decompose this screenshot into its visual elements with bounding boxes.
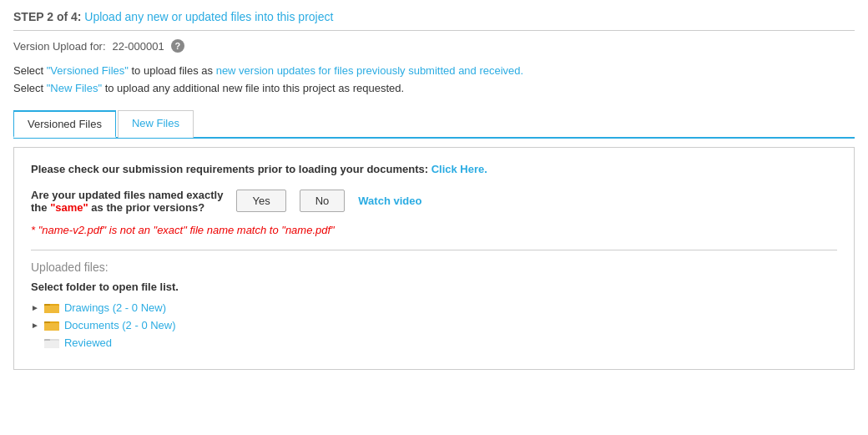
step-header: STEP 2 of 4: Upload any new or updated f… <box>13 10 855 31</box>
folder-name-reviewed: Reviewed <box>64 336 112 349</box>
svg-rect-8 <box>44 341 59 348</box>
page-wrapper: STEP 2 of 4: Upload any new or updated f… <box>0 0 868 380</box>
folder-list: ► Drawings (2 - 0 New) ► <box>31 301 837 349</box>
click-here-link[interactable]: Click Here. <box>431 163 487 175</box>
svg-rect-2 <box>44 306 59 313</box>
version-row: Version Upload for: 22-000001 ? <box>13 39 855 53</box>
tab-versioned-files[interactable]: Versioned Files <box>13 110 116 138</box>
instruction-line1-middle: to upload files as <box>129 64 216 77</box>
instruction-line1-link: new version updates for files previously… <box>216 64 524 77</box>
instructions: Select "Versioned Files" to upload files… <box>13 63 855 98</box>
yes-button[interactable]: Yes <box>236 190 285 212</box>
question-line1: Are your updated files named exactly <box>31 189 223 201</box>
watch-video-link[interactable]: Watch video <box>358 195 421 207</box>
arrow-icon: ► <box>31 303 39 312</box>
instruction-line2-prefix: Select <box>13 82 47 94</box>
tab-new-files[interactable]: New Files <box>118 110 194 138</box>
folder-item-drawings[interactable]: ► Drawings (2 - 0 New) <box>31 301 837 314</box>
instruction-line1-versioned: "Versioned Files" <box>47 64 129 77</box>
instruction-line2-rest: to upload any additional new file into t… <box>102 82 404 94</box>
instruction-line2: Select "New Files" to upload any additio… <box>13 80 855 98</box>
folder-item-reviewed[interactable]: ► Reviewed <box>31 336 837 349</box>
version-label: Version Upload for: <box>13 40 106 53</box>
arrow-icon-2: ► <box>31 321 39 330</box>
question-line2: the "same" as the prior versions? <box>31 201 223 214</box>
svg-rect-5 <box>44 323 59 331</box>
submission-req: Please check our submission requirements… <box>31 163 837 175</box>
instruction-line2-new: "New Files" <box>47 82 102 94</box>
help-icon[interactable]: ? <box>171 39 184 53</box>
warning-text: * "name-v2.pdf" is not an "exact" file n… <box>31 224 837 236</box>
folder-name-documents: Documents (2 - 0 New) <box>64 319 176 331</box>
question-same: "same" <box>50 201 88 214</box>
instruction-line1-prefix: Select <box>13 64 47 77</box>
question-text: Are your updated files named exactly the… <box>31 189 223 214</box>
folder-name-drawings: Drawings (2 - 0 New) <box>64 301 166 314</box>
no-button[interactable]: No <box>300 190 346 212</box>
folder-icon-drawings <box>44 301 59 313</box>
file-name-question: Are your updated files named exactly the… <box>31 189 837 214</box>
submission-req-prefix: Please check our submission requirements… <box>31 163 431 175</box>
divider <box>31 250 837 250</box>
folder-icon-reviewed <box>44 336 59 348</box>
uploaded-files-label: Uploaded files: <box>31 260 837 274</box>
question-rest: as the prior versions? <box>88 201 204 214</box>
folder-item-documents[interactable]: ► Documents (2 - 0 New) <box>31 319 837 331</box>
select-folder-label: Select folder to open file list. <box>31 281 837 293</box>
step-description: Upload any new or updated files into thi… <box>81 10 333 23</box>
question-the: the <box>31 201 50 214</box>
tabs-row: Versioned Files New Files <box>13 109 855 139</box>
step-label: STEP 2 of 4: <box>13 10 81 23</box>
content-panel: Please check our submission requirements… <box>13 147 855 370</box>
instruction-line1: Select "Versioned Files" to upload files… <box>13 63 855 80</box>
version-number: 22-000001 <box>113 40 164 53</box>
folder-icon-documents <box>44 319 59 331</box>
